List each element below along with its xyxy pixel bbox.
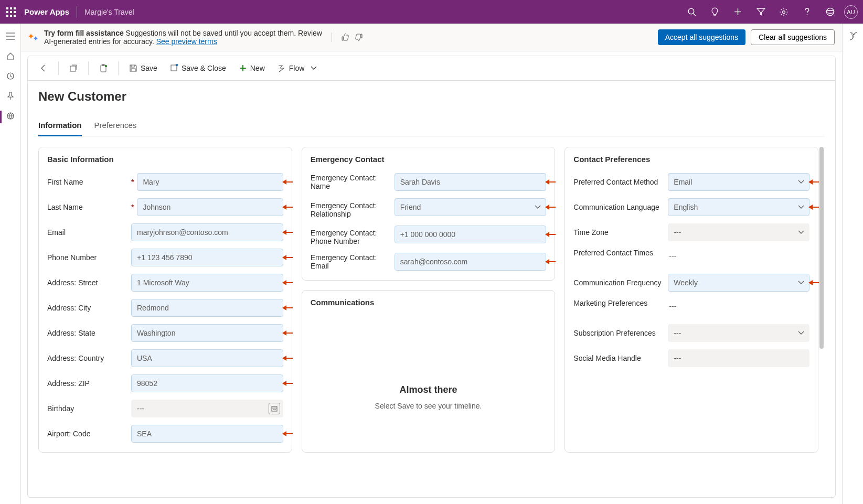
birthday-input[interactable] bbox=[131, 400, 283, 417]
home-icon[interactable] bbox=[5, 51, 16, 61]
calendar-icon[interactable] bbox=[269, 403, 280, 414]
field-label: Birthday bbox=[47, 404, 131, 413]
emergency-relationship-select[interactable] bbox=[395, 198, 547, 216]
svg-point-19 bbox=[105, 65, 107, 67]
svg-point-26 bbox=[275, 409, 276, 410]
field-label: Last Name bbox=[47, 203, 131, 211]
suggestion-arrow-icon bbox=[282, 355, 293, 361]
suggestion-arrow-icon bbox=[545, 231, 556, 238]
suggestion-arrow-icon bbox=[808, 280, 819, 286]
subscription-preferences-select[interactable] bbox=[668, 324, 809, 342]
field-label: Phone Number bbox=[47, 253, 131, 262]
required-marker: * bbox=[131, 178, 134, 186]
globe-icon[interactable] bbox=[5, 111, 16, 121]
plus-icon[interactable] bbox=[729, 3, 747, 21]
copilot-sparkle-icon bbox=[28, 32, 39, 42]
thumbs-down-icon[interactable] bbox=[353, 31, 365, 43]
hamburger-icon[interactable] bbox=[5, 31, 16, 41]
field-label: Emergency Contact: Relationship bbox=[311, 198, 395, 218]
recent-icon[interactable] bbox=[5, 71, 16, 81]
country-input[interactable] bbox=[131, 349, 283, 367]
field-label: Marketing Preferences bbox=[573, 299, 668, 307]
emergency-name-input[interactable] bbox=[395, 173, 547, 191]
main-region: Try form fill assistance Suggestions wil… bbox=[21, 24, 842, 504]
zip-input[interactable] bbox=[131, 374, 283, 392]
field-label: Communication Language bbox=[573, 203, 668, 211]
required-marker: * bbox=[131, 203, 134, 211]
last-name-input[interactable] bbox=[137, 198, 283, 216]
field-label: Preferred Contact Method bbox=[573, 178, 668, 186]
suggestion-arrow-icon bbox=[282, 330, 293, 336]
field-label: First Name bbox=[47, 178, 131, 186]
back-button[interactable] bbox=[34, 61, 53, 76]
communication-frequency-select[interactable] bbox=[668, 274, 809, 292]
flow-button[interactable]: Flow bbox=[272, 61, 323, 76]
svg-rect-22 bbox=[272, 406, 277, 411]
field-label: Emergency Contact: Phone Number bbox=[311, 226, 395, 245]
copilot-rail bbox=[842, 24, 863, 504]
preferred-contact-times-value: --- bbox=[668, 249, 676, 260]
marketing-preferences-value: --- bbox=[668, 299, 676, 310]
help-icon[interactable] bbox=[798, 3, 816, 21]
suggestion-arrow-icon bbox=[282, 254, 293, 261]
model-app-name[interactable]: Margie's Travel bbox=[84, 8, 134, 16]
first-name-input[interactable] bbox=[137, 173, 283, 191]
street-input[interactable] bbox=[131, 274, 283, 292]
new-button[interactable]: New bbox=[233, 61, 270, 76]
save-button[interactable]: Save bbox=[124, 61, 163, 76]
emergency-phone-input[interactable] bbox=[395, 226, 547, 243]
nav-active-marker bbox=[0, 111, 2, 123]
info-bar-text: Try form fill assistance Suggestions wil… bbox=[44, 29, 326, 46]
field-label: Address: State bbox=[47, 329, 131, 337]
state-input[interactable] bbox=[131, 324, 283, 342]
svg-rect-18 bbox=[102, 65, 105, 66]
thumbs-up-icon[interactable] bbox=[339, 31, 351, 43]
search-icon[interactable] bbox=[683, 3, 700, 21]
paste-button[interactable] bbox=[94, 61, 113, 76]
accept-all-suggestions-button[interactable]: Accept all suggestions bbox=[658, 29, 745, 45]
copilot-icon[interactable] bbox=[847, 31, 859, 42]
gear-icon[interactable] bbox=[775, 3, 793, 21]
city-input[interactable] bbox=[131, 299, 283, 317]
emergency-email-input[interactable] bbox=[395, 253, 547, 271]
time-zone-select[interactable] bbox=[668, 223, 809, 241]
preview-terms-link[interactable]: See preview terms bbox=[156, 37, 217, 46]
filter-icon[interactable] bbox=[752, 3, 770, 21]
left-nav-rail bbox=[0, 24, 21, 504]
field-label: Email bbox=[47, 228, 131, 237]
scrollbar[interactable] bbox=[819, 147, 824, 349]
info-bar: Try form fill assistance Suggestions wil… bbox=[21, 24, 842, 51]
tab-information[interactable]: Information bbox=[38, 117, 82, 136]
clear-all-suggestions-button[interactable]: Clear all suggestions bbox=[751, 29, 835, 45]
field-label: Address: Street bbox=[47, 278, 131, 287]
suggestion-arrow-icon bbox=[282, 305, 293, 311]
divider bbox=[77, 6, 77, 18]
airport-code-input[interactable] bbox=[131, 425, 283, 443]
avatar[interactable]: AU bbox=[844, 5, 858, 19]
environment-icon[interactable] bbox=[821, 3, 839, 21]
communication-language-select[interactable] bbox=[668, 198, 809, 216]
section-title: Communications bbox=[311, 298, 547, 307]
svg-point-9 bbox=[826, 8, 834, 15]
section-communications: Communications Almost there Select Save … bbox=[302, 290, 556, 453]
preferred-contact-method-select[interactable] bbox=[668, 173, 809, 191]
lightbulb-icon[interactable] bbox=[706, 3, 723, 21]
email-input[interactable] bbox=[131, 223, 283, 241]
suggestion-arrow-icon bbox=[282, 431, 293, 437]
suggestion-arrow-icon bbox=[282, 280, 293, 286]
tab-preferences[interactable]: Preferences bbox=[94, 117, 137, 136]
phone-input[interactable] bbox=[131, 249, 283, 266]
field-label: Emergency Contact: Email bbox=[311, 253, 395, 270]
open-record-set-button[interactable] bbox=[64, 61, 83, 76]
field-label: Communication Frequency bbox=[573, 278, 668, 287]
pin-icon[interactable] bbox=[5, 91, 16, 101]
app-launcher-icon[interactable] bbox=[5, 6, 17, 18]
save-and-close-button[interactable]: Save & Close bbox=[165, 61, 231, 76]
section-title: Basic Information bbox=[47, 155, 283, 164]
social-media-handle-input[interactable] bbox=[668, 349, 809, 367]
section-emergency-contact: Emergency Contact Emergency Contact: Nam… bbox=[302, 147, 556, 281]
svg-point-25 bbox=[274, 409, 275, 410]
svg-line-3 bbox=[693, 14, 695, 16]
suggestion-arrow-icon bbox=[282, 204, 293, 210]
suggestion-arrow-icon bbox=[545, 179, 556, 185]
